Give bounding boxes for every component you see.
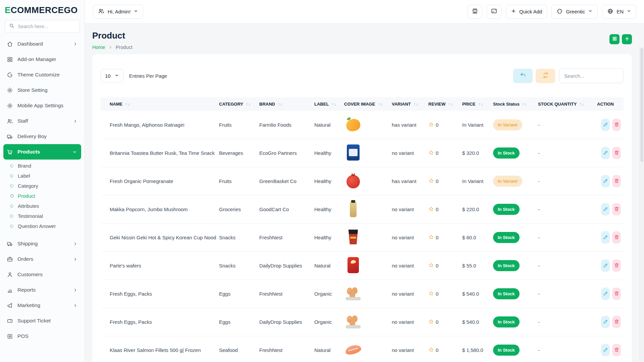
entries-per-page-select[interactable]: 10 <box>101 69 123 82</box>
delete-button[interactable] <box>612 316 621 328</box>
sidebar-item-staff[interactable]: Staff <box>0 113 85 129</box>
sidebar-item-pos[interactable]: POS <box>0 328 85 344</box>
sidebar-item-marketing[interactable]: Marketing <box>0 298 85 313</box>
row-actions <box>597 308 621 336</box>
scrollbar-thumb[interactable] <box>640 48 643 162</box>
sidebar-subitem-category[interactable]: Category <box>0 181 85 191</box>
sidebar-subitem-attributes[interactable]: Attributes <box>0 201 85 211</box>
sidebar-subitem-product[interactable]: Product <box>0 191 85 201</box>
grid-view-button[interactable] <box>609 34 620 44</box>
sidebar-item-reports[interactable]: Reports <box>0 282 85 298</box>
refresh-icon <box>542 72 549 79</box>
delete-button[interactable] <box>612 175 621 187</box>
table-row: Fresh Organic Pomegranate Fruits GreenBa… <box>101 167 624 195</box>
table-toolbar: 10 Entries Per Page <box>101 68 624 83</box>
edit-button[interactable] <box>601 147 610 159</box>
sidebar-item-products[interactable]: Products <box>3 144 81 160</box>
column-header-brand[interactable]: BRAND↑↓ <box>257 97 312 111</box>
column-header-stock-quantity[interactable]: STOCK QUANTITY↑↓ <box>535 97 594 111</box>
sidebar-subitem-testimonial[interactable]: Testimonial <box>0 211 85 221</box>
sidebar-item-addon-manager[interactable]: Add-on Manager <box>0 52 85 67</box>
sort-icon[interactable]: ↑↓ <box>246 103 251 106</box>
sidebar-item-orders[interactable]: Orders <box>0 251 85 267</box>
sidebar-item-support-ticket[interactable]: Support Ticket <box>0 313 85 328</box>
edit-button[interactable] <box>601 259 610 272</box>
sidebar-subitem-label: Testimonial <box>18 213 43 219</box>
product-name: Klaas River Salmon Fillets 500 g| Frozen <box>101 336 216 362</box>
column-header-price[interactable]: PRICE↑↓ <box>460 97 490 111</box>
delete-button[interactable] <box>612 203 621 216</box>
trash-icon <box>614 178 620 185</box>
edit-button[interactable] <box>601 231 610 244</box>
sidebar-item-shipping[interactable]: Shipping <box>0 236 85 251</box>
column-header-review[interactable]: REVIEW↑↓ <box>426 97 460 111</box>
product-category: Groceries <box>216 195 257 224</box>
undo-button[interactable] <box>513 69 533 83</box>
sidebar-search-input[interactable] <box>18 24 76 29</box>
salmon-image <box>344 341 362 359</box>
delete-button[interactable] <box>612 147 621 159</box>
edit-button[interactable] <box>601 288 610 300</box>
sidebar-item-mobile-app-settings[interactable]: Mobile App Settings <box>0 98 85 113</box>
delete-button[interactable] <box>612 119 621 131</box>
sort-icon[interactable]: ↑↓ <box>331 103 336 106</box>
users-icon <box>7 118 13 124</box>
pos-screen-button[interactable] <box>487 5 501 19</box>
delete-button[interactable] <box>612 288 621 300</box>
sidebar-item-delivery-boy[interactable]: Delivery Boy <box>0 129 85 144</box>
column-header-label[interactable]: LABEL↑↓ <box>312 97 341 111</box>
sidebar-item-label: Reports <box>17 287 36 293</box>
breadcrumb-home-link[interactable]: Home <box>92 45 105 50</box>
sort-icon[interactable]: ↑↓ <box>277 103 282 106</box>
sidebar-item-store-setting[interactable]: Store Setting <box>0 82 85 98</box>
product-category: Eggs <box>216 280 257 308</box>
edit-button[interactable] <box>601 316 610 328</box>
theme-select-button[interactable]: Greentic <box>551 5 598 19</box>
sidebar-item-theme-customize[interactable]: Theme Customize <box>0 67 85 82</box>
sort-icon[interactable]: ↑↓ <box>413 103 418 106</box>
delete-button[interactable] <box>612 231 621 244</box>
pencil-icon <box>603 262 608 269</box>
edit-button[interactable] <box>601 175 610 187</box>
sort-icon[interactable]: ↑↓ <box>377 103 382 106</box>
truck-icon <box>7 133 13 140</box>
column-header-cover-image[interactable]: COVER IMAGE↑↓ <box>341 97 389 111</box>
review-cell: 0 <box>428 308 457 336</box>
add-product-button[interactable] <box>622 34 632 44</box>
sort-icon[interactable]: ↑↓ <box>522 103 527 106</box>
user-menu-button[interactable]: Hi, Admin! <box>93 5 143 19</box>
column-header-name[interactable]: NAME↑↓ <box>101 97 216 111</box>
column-header-variant[interactable]: VARIANT↑↓ <box>389 97 426 111</box>
sidebar-subitem-label-menu[interactable]: Label <box>0 171 85 181</box>
sidebar-item-dashboard[interactable]: Dashboard <box>0 36 85 52</box>
sidebar-item-label: Add-on Manager <box>17 56 56 62</box>
sort-icon[interactable]: ↑↓ <box>579 103 584 106</box>
sort-icon[interactable]: ↑↓ <box>448 103 453 106</box>
sort-icon[interactable]: ↑↓ <box>125 103 130 106</box>
delete-button[interactable] <box>612 259 621 272</box>
quick-add-button[interactable]: Quick Add <box>506 5 547 19</box>
globe-icon <box>607 8 613 15</box>
bullet-icon <box>10 224 14 228</box>
edit-button[interactable] <box>601 344 610 356</box>
products-table: NAME↑↓ CATEGORY↑↓ BRAND↑↓ LABEL↑↓ COVER … <box>101 97 624 362</box>
edit-button[interactable] <box>601 119 610 131</box>
language-select-button[interactable]: EN <box>602 5 636 19</box>
review-count: 0 <box>436 263 438 268</box>
edit-button[interactable] <box>601 203 610 216</box>
sidebar-subitem-brand[interactable]: Brand <box>0 161 85 171</box>
pos-screen-icon <box>491 8 497 15</box>
column-header-stock-status[interactable]: Stock Status↑↓ <box>490 97 535 111</box>
sidebar-subitem-question-answer[interactable]: Question Answer <box>0 221 85 231</box>
vertical-scrollbar[interactable] <box>639 47 644 362</box>
table-search-input[interactable] <box>559 68 624 83</box>
sidebar-item-customers[interactable]: Customers <box>0 267 85 282</box>
product-price: $ 55.0 <box>460 252 490 280</box>
storefront-button[interactable] <box>468 5 482 19</box>
plus-icon <box>624 36 630 43</box>
column-header-category[interactable]: CATEGORY↑↓ <box>216 97 257 111</box>
sort-icon[interactable]: ↑↓ <box>478 103 483 106</box>
brand-logo[interactable]: ECOMMERCEGO <box>0 0 85 19</box>
delete-button[interactable] <box>612 344 621 356</box>
refresh-button[interactable] <box>536 69 555 83</box>
